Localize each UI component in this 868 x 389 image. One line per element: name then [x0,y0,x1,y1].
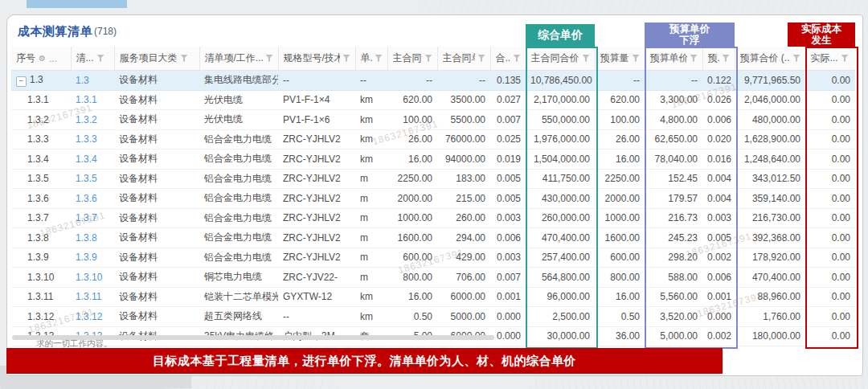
column-header-price[interactable]: 主合同单价... [437,47,490,71]
column-label: 预算合价 (... [740,51,790,65]
cell-bratio: 0.002 [702,326,735,346]
table-row[interactable]: 1.3.101.3.10设备材料铜芯电力电缆ZRC-YJV22-m800.007… [11,268,855,288]
table-row[interactable]: 1.3.71.3.7设备材料铝合金电力电缆ZRC-YJHLV2m1000.002… [11,208,855,228]
cell-listno[interactable]: 1.3.8 [71,228,114,248]
list-number-link[interactable]: 1.3.9 [76,252,97,263]
filter-icon[interactable] [793,55,800,62]
filter-icon[interactable] [375,55,383,62]
cell-bratio: 0.006 [702,110,735,130]
cell-bprice: 216.73 [645,208,702,228]
cell-ratio: 0.135 [490,71,526,91]
cell-btotal: 9,771,965.50 [735,71,805,91]
cell-price: 706.00 [437,268,490,288]
list-number-link[interactable]: 1.3.5 [76,173,97,184]
column-header-actual[interactable]: 实际... [805,47,855,71]
cell-listno[interactable]: 1.3.1 [71,90,114,110]
list-number-link[interactable]: 1.3.1 [76,94,97,105]
cell-listno[interactable]: 1.3.9 [71,248,114,268]
table-row[interactable]: 1.3.11.3.1设备材料光伏电缆PV1-F-1×4km620.003500.… [11,90,855,110]
cell-total: 430,000.00 [526,189,595,209]
list-number-link[interactable]: 1.3.2 [76,114,97,125]
table-row[interactable]: −1.31.3设备材料集电线路电缆部分--------0.13510,786,4… [11,71,855,91]
cell-item: 铝合金电力电缆 [199,228,278,248]
filter-icon[interactable] [583,55,590,62]
list-number-link[interactable]: 1.3.12 [76,311,102,322]
column-header-bratio[interactable]: 预... [702,47,735,71]
list-number-link[interactable]: 1.3.8 [76,232,97,244]
filter-icon[interactable] [690,55,698,62]
list-number-link[interactable]: 1.3.7 [76,212,97,223]
filter-icon[interactable] [723,55,730,62]
filter-icon[interactable] [425,55,432,62]
column-header-listno[interactable]: 清... [71,47,114,71]
cell-unit: m [355,268,387,288]
cell-listno[interactable]: 1.3 [71,71,114,91]
cell-spec: ZRC-YJHLV2 [278,149,355,170]
column-header-item[interactable]: 清单项/工作... [199,47,278,71]
filter-icon[interactable] [514,55,521,62]
cell-item: 超五类网络线 [199,307,278,327]
cell-listno[interactable]: 1.3.11 [71,287,114,307]
cell-listno[interactable]: 1.3.4 [71,149,114,170]
table-row[interactable]: 1.3.21.3.2设备材料光伏电缆PV1-F-1×6km100.005500.… [11,110,855,130]
cell-listno[interactable]: 1.3.3 [71,129,114,149]
cell-cat: 设备材料 [114,169,199,189]
collapse-icon[interactable]: − [16,76,27,87]
table-row[interactable]: 1.3.51.3.5设备材料铝合金电力电缆ZRC-YJHLV2m2250.001… [11,169,855,189]
cell-bprice: 78,040.00 [645,149,702,170]
cell-listno[interactable]: 1.3.7 [71,208,114,228]
cell-unit: m [355,228,387,248]
column-label: 预... [708,51,719,65]
cell-listno[interactable]: 1.3.2 [71,110,114,130]
table-row[interactable]: 1.3.41.3.4设备材料铝合金电力电缆ZRC-YJHLV2km16.0094… [11,149,855,170]
cell-unit: m [355,248,387,268]
cell-total: 564,800.00 [526,268,595,288]
column-header-btotal[interactable]: 预算合价 (... [735,47,805,71]
list-number-link[interactable]: 1.3.4 [76,154,97,165]
cell-seq: 1.3.5 [11,169,71,189]
horizontal-scrollbar[interactable] [12,335,494,340]
column-header-unit[interactable]: 单... [355,47,387,71]
cell-btotal: 178,920.00 [735,248,805,268]
column-label: 实际... [811,51,838,65]
list-number-link[interactable]: 1.3.10 [76,272,102,283]
list-number-link[interactable]: 1.3 [76,75,89,86]
column-header-seq[interactable]: 序号⚙... [11,47,71,71]
cell-total: 260,000.00 [526,208,595,228]
table-row[interactable]: 1.3.121.3.12设备材料超五类网络线--km0.505000.000.0… [11,307,855,327]
cell-ratio: 0.007 [490,110,526,130]
filter-icon[interactable] [181,55,188,62]
table-row[interactable]: 1.3.31.3.3设备材料铝合金电力电缆ZRC-YJHLV2km26.0076… [11,129,855,149]
cell-bratio: 0.000 [702,307,735,327]
column-header-total[interactable]: 主合同合价(... [526,47,595,71]
column-header-bprice[interactable]: 预算单价... [645,47,702,71]
list-number-link[interactable]: 1.3.3 [76,133,97,145]
column-header-ratio[interactable]: 合... [490,47,526,71]
column-header-spec[interactable]: 规格型号/技术参数 [278,47,355,71]
table-row[interactable]: 1.3.91.3.9设备材料铝合金电力电缆ZRC-YJHLV2m600.0042… [11,248,855,268]
settings-icon[interactable]: ⚙ [39,55,46,63]
filter-icon[interactable] [97,55,104,62]
column-header-cat[interactable]: 服务项目大类 [114,47,199,71]
filter-icon[interactable] [343,55,350,62]
cell-listno[interactable]: 1.3.6 [71,189,114,209]
cell-total: 1,504,000.00 [526,149,595,170]
list-number-link[interactable]: 1.3.6 [76,193,97,204]
filter-icon[interactable] [266,55,273,62]
cell-bratio: 0.003 [702,208,735,228]
cell-item: 铝合金电力电缆 [199,208,278,228]
cell-listno[interactable]: 1.3.12 [71,307,114,327]
table-row[interactable]: 1.3.111.3.11设备材料铠装十二芯单模光...GYXTW-12km16.… [11,287,855,307]
cell-listno[interactable]: 1.3.10 [71,268,114,288]
filter-icon[interactable] [633,55,640,62]
column-header-qty[interactable]: 主合同量 [387,47,437,71]
cell-listno[interactable]: 1.3.5 [71,169,114,189]
filter-icon[interactable] [478,55,485,62]
filter-icon[interactable] [841,55,849,62]
column-header-bqty[interactable]: 预算量 [595,47,645,71]
seq-text: 1.3.8 [16,232,49,244]
table-row[interactable]: 1.3.81.3.8设备材料铝合金电力电缆ZRC-YJHLV2m1600.002… [11,228,855,248]
list-number-link[interactable]: 1.3.11 [76,291,101,302]
table-row[interactable]: 1.3.61.3.6设备材料铝合金电力电缆ZRC-YJHLV2m2000.002… [11,189,855,209]
cell-bqty: -- [595,71,645,91]
